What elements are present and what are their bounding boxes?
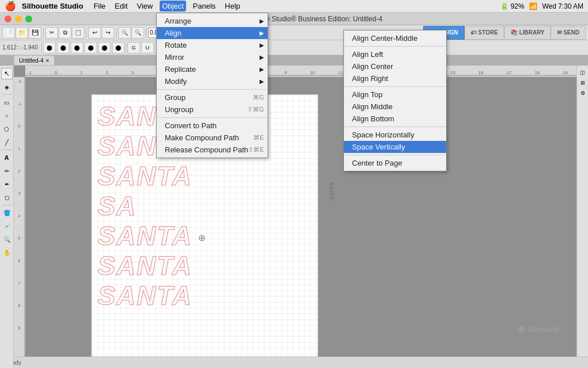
- store-label: STORE: [478, 29, 498, 36]
- align-sep1: [344, 46, 446, 47]
- mirror-label: Mirror: [165, 53, 184, 62]
- cut-btn[interactable]: ✂: [45, 27, 58, 39]
- menubar: 🍎 Silhouette Studio File Edit View Objec…: [0, 0, 588, 13]
- align-bottom[interactable]: Align Bottom: [344, 113, 446, 125]
- pen-tool[interactable]: ✒: [1, 178, 13, 190]
- align-center-middle-label: Align Center-Middle: [352, 34, 417, 43]
- polygon-tool[interactable]: ⬡: [1, 123, 13, 135]
- align-arrow: ▶: [260, 30, 264, 36]
- doc-tab[interactable]: Untitled-4 ×: [14, 55, 55, 66]
- menu-item-panels[interactable]: Panels: [191, 1, 218, 12]
- toolbar-secondary: 1.612 : -1.940 ⬤ ⬤ ⬤ ⬤ ⬤ ⬤ G U 🗑: [0, 40, 588, 55]
- ungroup-shortcut: ⇧⌘G: [247, 106, 264, 113]
- right-tool-1[interactable]: ◫: [578, 68, 587, 77]
- menu-convert-path[interactable]: Convert to Path: [157, 120, 268, 132]
- space-vertically[interactable]: Space Vertically: [344, 141, 446, 153]
- menu-item-edit[interactable]: Edit: [113, 1, 130, 12]
- zoom-in-btn[interactable]: 🔍: [118, 27, 131, 39]
- align-left[interactable]: Align Left: [344, 48, 446, 60]
- align-bottom-btn[interactable]: ⬤: [112, 42, 125, 53]
- align-top-label: Align Top: [352, 90, 382, 99]
- undo-btn[interactable]: ↩: [88, 27, 101, 39]
- eraser-tool[interactable]: ◻: [1, 191, 13, 203]
- menu-item-file[interactable]: File: [91, 1, 108, 12]
- apple-menu[interactable]: 🍎: [5, 1, 16, 12]
- redo-btn[interactable]: ↪: [102, 27, 114, 39]
- ungroup-btn[interactable]: U: [141, 42, 154, 53]
- align-label: Align: [165, 29, 181, 37]
- doc-tab-close[interactable]: ×: [46, 57, 49, 64]
- align-middle[interactable]: Align Middle: [344, 101, 446, 113]
- align-middle-btn[interactable]: ⬤: [98, 42, 111, 53]
- align-left-btn[interactable]: ⬤: [43, 42, 56, 53]
- app-name: Silhouette Studio: [22, 2, 83, 10]
- ellipse-tool[interactable]: ○: [1, 110, 13, 121]
- align-center-btn[interactable]: ⬤: [57, 42, 69, 53]
- minimize-button[interactable]: [15, 16, 22, 22]
- eyedropper-tool[interactable]: 💉: [1, 220, 13, 232]
- fill-tool[interactable]: 🪣: [1, 207, 13, 218]
- align-sep4: [344, 155, 446, 155]
- library-tab[interactable]: 📚 LIBRARY: [504, 26, 551, 40]
- rectangle-tool[interactable]: ▭: [1, 97, 13, 108]
- align-center-middle[interactable]: Align Center-Middle: [344, 32, 446, 44]
- center-to-page[interactable]: Center to Page: [344, 157, 446, 169]
- new-btn[interactable]: 📄: [2, 27, 15, 39]
- menu-rotate[interactable]: Rotate ▶: [157, 39, 268, 51]
- store-tab[interactable]: 🏷 STORE: [465, 26, 504, 40]
- menu-item-view[interactable]: View: [134, 1, 155, 12]
- modify-arrow: ▶: [260, 78, 264, 85]
- battery-status: 🔋 92%: [500, 2, 524, 10]
- send-tab[interactable]: ✉ SEND: [551, 26, 586, 40]
- space-horizontally[interactable]: Space Horizontally: [344, 129, 446, 141]
- align-top[interactable]: Align Top: [344, 89, 446, 101]
- right-tool-2[interactable]: ⊞: [578, 78, 587, 87]
- menu-make-compound[interactable]: Make Compound Path ⌘E: [157, 132, 268, 144]
- sep5: [41, 43, 42, 52]
- bottom-bar: Ready: [0, 356, 588, 368]
- menu-arrange[interactable]: Arrange ▶: [157, 15, 268, 27]
- align-middle-label: Align Middle: [352, 102, 393, 111]
- pencil-tool[interactable]: ✏: [1, 165, 13, 177]
- release-compound-label: Release Compound Path: [165, 145, 248, 154]
- line-tool[interactable]: ╱: [1, 136, 13, 148]
- select-tool[interactable]: ↖: [1, 68, 13, 79]
- maximize-button[interactable]: [25, 16, 32, 22]
- hand-tool[interactable]: ✋: [1, 247, 13, 258]
- menu-item-help[interactable]: Help: [223, 1, 243, 12]
- save-btn[interactable]: 💾: [29, 27, 41, 39]
- ruler-h-labels: -1012345678910111213141516171819: [25, 66, 588, 76]
- sep3: [116, 28, 117, 37]
- release-compound-shortcut: ⇧⌘E: [248, 146, 264, 154]
- zoom-out-btn[interactable]: 🔍: [131, 27, 144, 39]
- align-top-btn[interactable]: ⬤: [84, 42, 97, 53]
- align-right[interactable]: Align Right: [344, 72, 446, 85]
- send-label: SEND: [563, 29, 579, 36]
- menu-item-object[interactable]: Object: [160, 1, 186, 12]
- dimension-vertical: 9.113 in: [329, 182, 335, 201]
- menu-sep1: [157, 89, 268, 90]
- copy-btn[interactable]: ⧉: [59, 27, 71, 39]
- menu-ungroup[interactable]: Ungroup ⇧⌘G: [157, 103, 268, 116]
- zoom-tool[interactable]: 🔍: [1, 233, 13, 245]
- doc-tab-name: Untitled-4: [19, 57, 44, 64]
- window-title: Silhouette Studio® Business Edition: Unt…: [38, 15, 583, 23]
- paste-btn[interactable]: 📋: [72, 27, 84, 39]
- menu-replicate[interactable]: Replicate ▶: [157, 63, 268, 75]
- close-button[interactable]: [5, 16, 11, 22]
- open-btn[interactable]: 📁: [16, 27, 28, 39]
- menu-release-compound[interactable]: Release Compound Path ⇧⌘E: [157, 144, 268, 156]
- node-tool[interactable]: ◈: [1, 81, 13, 93]
- menu-modify[interactable]: Modify ▶: [157, 75, 268, 87]
- group-btn[interactable]: G: [127, 42, 140, 53]
- align-right-btn[interactable]: ⬤: [71, 42, 83, 53]
- menu-align[interactable]: Align ▶: [157, 27, 268, 39]
- menu-mirror[interactable]: Mirror ▶: [157, 51, 268, 63]
- modify-label: Modify: [165, 77, 187, 86]
- coord-display: 1.612 : -1.940: [2, 44, 38, 51]
- align-left-label: Align Left: [352, 50, 383, 59]
- right-tool-3[interactable]: ⚙: [578, 89, 587, 98]
- menu-group[interactable]: Group ⌘G: [157, 91, 268, 103]
- text-tool[interactable]: A: [1, 152, 13, 163]
- align-center[interactable]: Align Center: [344, 60, 446, 72]
